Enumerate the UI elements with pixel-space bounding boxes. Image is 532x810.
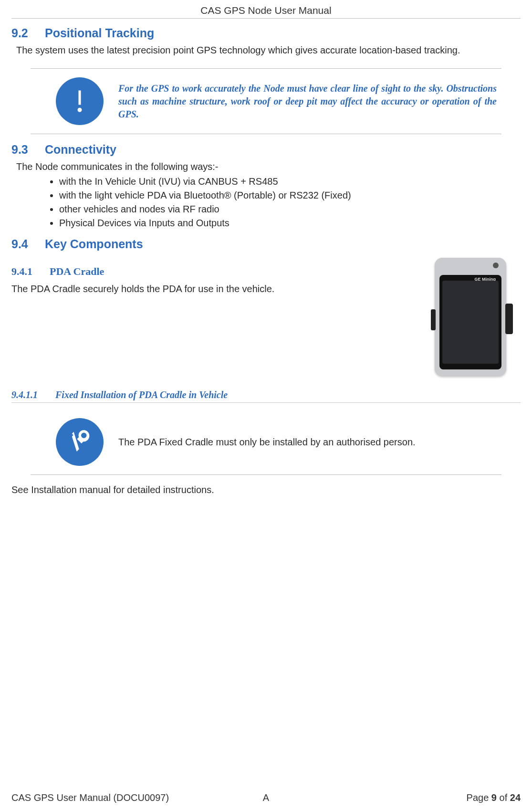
callout-content: For the GPS to work accurately the Node … [31, 69, 501, 134]
list-item: with the In Vehicle Unit (IVU) via CANBU… [59, 175, 521, 188]
footer-left: CAS GPS User Manual (DOCU0097) [11, 792, 181, 803]
callout-text: For the GPS to work accurately the Node … [118, 82, 497, 121]
heading-num: 9.4.1.1 [11, 389, 55, 400]
heading-text: Connectivity [45, 143, 116, 156]
heading-num: 9.4 [11, 237, 45, 251]
footer-center: A [181, 792, 351, 803]
callout-9-2: For the GPS to work accurately the Node … [31, 68, 501, 134]
footer-page-total: 24 [510, 792, 521, 803]
intro-9-3: The Node communicates in the following w… [16, 160, 521, 173]
heading-9-4: 9.4Key Components [11, 237, 521, 251]
footer-page-sep: of [497, 792, 510, 803]
heading-text: Fixed Installation of PDA Cradle in Vehi… [55, 389, 228, 400]
callout-text: The PDA Fixed Cradle must only be instal… [118, 436, 497, 449]
warning-icon [56, 77, 104, 125]
page: CAS GPS Node User Manual 9.2Positional T… [0, 0, 532, 810]
callout-icon-col [53, 77, 106, 125]
body-9-4-1-1-after: See Installation manual for detailed ins… [11, 484, 521, 496]
header-rule [11, 18, 521, 19]
heading-9-4-1-1: 9.4.1.1Fixed Installation of PDA Cradle … [11, 389, 521, 403]
callout-content: The PDA Fixed Cradle must only be instal… [31, 410, 501, 474]
page-header-title: CAS GPS Node User Manual [11, 5, 521, 18]
section-9-4-1-text: 9.4.1PDA Cradle The PDA Cradle securely … [11, 255, 411, 302]
body-9-4-1: The PDA Cradle securely holds the PDA fo… [11, 283, 411, 295]
page-footer: CAS GPS User Manual (DOCU0097) A Page 9 … [11, 789, 521, 803]
heading-9-3: 9.3Connectivity [11, 143, 521, 157]
wrench-screwdriver-icon [65, 428, 94, 456]
list-9-3: with the In Vehicle Unit (IVU) via CANBU… [11, 175, 521, 230]
exclamation-icon [65, 87, 94, 116]
heading-text: PDA Cradle [50, 265, 104, 277]
callout-rule-bottom [31, 134, 501, 134]
list-item: other vehicles and nodes via RF radio [59, 203, 521, 216]
heading-num: 9.4.1 [11, 265, 50, 278]
body-9-2: The system uses the latest precision poi… [16, 44, 521, 57]
heading-num: 9.2 [11, 26, 45, 40]
callout-9-4-1-1: The PDA Fixed Cradle must only be instal… [31, 410, 501, 475]
pda-device-image: GE Mining [435, 258, 506, 376]
heading-text: Key Components [45, 237, 143, 251]
callout-rule-bottom [31, 474, 501, 475]
pda-image-col: GE Mining [420, 255, 521, 376]
section-9-4-1: 9.4.1PDA Cradle The PDA Cradle securely … [11, 255, 521, 376]
heading-num: 9.3 [11, 143, 45, 157]
callout-icon-col [53, 418, 106, 466]
list-item: Physical Devices via Inputs and Outputs [59, 217, 521, 230]
heading-9-4-1: 9.4.1PDA Cradle [11, 265, 411, 278]
heading-text: Positional Tracking [45, 26, 154, 40]
heading-9-2: 9.2Positional Tracking [11, 26, 521, 40]
tools-icon [56, 418, 104, 466]
list-item: with the light vehicle PDA via Bluetooth… [59, 189, 521, 202]
footer-right: Page 9 of 24 [351, 792, 521, 803]
footer-page-current: 9 [491, 792, 497, 803]
footer-page-label: Page [467, 792, 491, 803]
